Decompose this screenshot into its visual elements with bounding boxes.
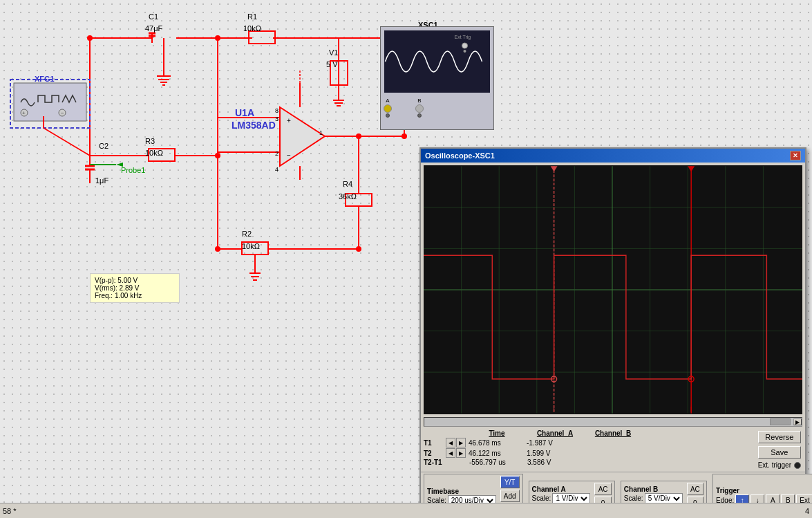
t2-time: 46.122 ms: [469, 450, 524, 457]
osc-close-button[interactable]: ✕: [790, 151, 801, 160]
timebase-label: Timebase: [427, 488, 496, 495]
svg-text:Ext Trig: Ext Trig: [455, 35, 471, 40]
cha-scale-label: Scale:: [532, 494, 551, 502]
cha-ac-button[interactable]: AC: [594, 483, 611, 495]
probe-label: Probe1: [121, 166, 145, 174]
t2-label: T2: [424, 450, 443, 457]
t2t1-time: -556.797 us: [469, 459, 525, 466]
t1-right-btn[interactable]: ▶: [456, 438, 466, 447]
t1-nav[interactable]: ◀ ▶: [446, 438, 466, 447]
svg-marker-98: [688, 166, 695, 172]
svg-marker-24: [280, 107, 325, 166]
osc-screen: [424, 165, 802, 414]
col-time-header: Time: [469, 429, 525, 437]
t2t1-label: T2-T1: [424, 459, 443, 466]
c2-value: 1μF: [95, 176, 108, 185]
svg-point-65: [21, 109, 28, 116]
chb-ac-button[interactable]: AC: [687, 483, 704, 495]
status-bar: 58 * 4: [0, 503, 812, 518]
svg-point-66: [59, 109, 66, 116]
svg-point-59: [356, 133, 361, 139]
svg-rect-17: [249, 31, 275, 44]
reverse-save-area: Reverse Save Ext. trigger: [757, 429, 802, 470]
svg-rect-63: [10, 80, 90, 128]
t2-nav[interactable]: ◀ ▶: [446, 448, 466, 458]
xsc1-box[interactable]: Ext Trig A B: [380, 26, 494, 130]
ext-trigger-label: Ext. trigger: [758, 461, 791, 469]
osc-scrollbar[interactable]: ▶: [424, 417, 802, 427]
r2-value: 10kΩ: [242, 242, 260, 250]
svg-text:1: 1: [319, 129, 323, 136]
ext-trigger-area: Ext. trigger: [758, 461, 801, 469]
svg-point-57: [215, 153, 220, 158]
schematic-area: + − 8 3 2 4 1: [0, 0, 812, 518]
measurements-table: Time Channel_A Channel_B T1 ◀ ▶ 46.678 m…: [424, 429, 754, 470]
svg-point-58: [215, 246, 220, 252]
status-left: 58 *: [3, 507, 17, 515]
measurement-note: V(p-p): 5.00 V V(rms): 2.89 V Freq.: 1.0…: [90, 273, 180, 303]
meas-freq: Freq.: 1.00 kHz: [95, 292, 175, 299]
r3-label: R3: [145, 137, 155, 145]
t2-right-btn[interactable]: ▶: [456, 448, 466, 458]
svg-point-80: [464, 50, 466, 53]
col-b-header: Channel_B: [585, 429, 641, 437]
r3-value: 10kΩ: [145, 149, 163, 157]
osc-title: Oscilloscope-XSC1: [425, 151, 495, 160]
meas-vrms: V(rms): 2.89 V: [95, 284, 175, 292]
col-a-header: Channel_A: [527, 429, 583, 437]
opamp-label: U1A: [235, 107, 254, 118]
t1-label: T1: [424, 439, 443, 447]
svg-text:+: +: [22, 110, 26, 116]
svg-line-70: [44, 128, 90, 156]
save-button[interactable]: Save: [758, 446, 801, 459]
v1-label: V1: [329, 48, 338, 57]
svg-rect-64: [14, 83, 86, 121]
t1-time: 46.678 ms: [469, 439, 524, 447]
r1-value: 10kΩ: [243, 24, 261, 33]
svg-text:+: +: [287, 117, 291, 124]
oscilloscope-panel: Oscilloscope-XSC1 ✕: [419, 147, 806, 514]
meas-vpp: V(p-p): 5.00 V: [95, 277, 175, 284]
v1-value: 5 V: [326, 60, 338, 68]
r2-label: R2: [242, 230, 252, 238]
opamp-model: LM358AD: [232, 120, 276, 131]
r1-label: R1: [247, 12, 257, 21]
xfg1-label: XFG1: [35, 75, 55, 83]
t2-left-btn[interactable]: ◀: [446, 448, 455, 458]
ext-trigger-radio[interactable]: [794, 462, 801, 469]
t1-left-btn[interactable]: ◀: [446, 438, 455, 447]
measurements-section: Time Channel_A Channel_B T1 ◀ ▶ 46.678 m…: [421, 428, 805, 472]
reverse-button[interactable]: Reverse: [758, 431, 801, 443]
c2-label: C2: [99, 142, 108, 150]
svg-point-56: [215, 35, 220, 41]
status-right: 4: [805, 507, 809, 515]
channel-b-label: Channel B: [624, 485, 683, 493]
r4-value: 36kΩ: [339, 192, 357, 201]
c1-label: C1: [149, 12, 158, 21]
r4-label: R4: [343, 180, 352, 188]
svg-point-79: [462, 43, 468, 48]
svg-point-62: [356, 246, 361, 252]
t1-cha: -1.987 V: [527, 439, 582, 447]
svg-text:−: −: [287, 151, 291, 159]
c1-value: 47μF: [145, 24, 162, 33]
trigger-label: Trigger: [716, 487, 812, 494]
yt-button[interactable]: Y/T: [500, 476, 520, 488]
t2-cha: 1.599 V: [527, 450, 582, 457]
svg-point-60: [402, 133, 407, 139]
t2t1-cha: 3.586 V: [527, 459, 583, 466]
svg-text:4: 4: [275, 166, 278, 173]
channel-a-label: Channel A: [532, 485, 591, 493]
add-button[interactable]: Add: [500, 490, 520, 502]
chb-scale-label: Scale:: [624, 494, 643, 502]
svg-point-61: [87, 35, 93, 41]
osc-titlebar: Oscilloscope-XSC1 ✕: [421, 149, 805, 163]
svg-marker-96: [551, 166, 558, 172]
svg-text:2: 2: [275, 150, 278, 157]
svg-text:8: 8: [275, 107, 278, 114]
svg-text:−: −: [61, 110, 64, 116]
